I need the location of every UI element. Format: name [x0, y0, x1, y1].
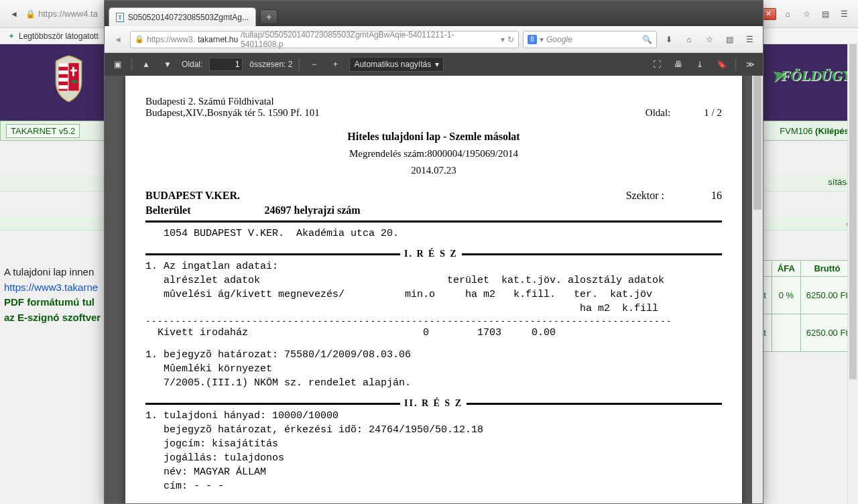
zoom-select[interactable]: Automatikus nagyítás▾ [349, 57, 444, 72]
search-placeholder: Google [546, 35, 572, 44]
part1-reg: 1. bejegyzõ határozat: 75580/1/2009/08.0… [145, 348, 722, 390]
lock-icon: 🔒 [25, 9, 36, 19]
svg-rect-1 [58, 63, 68, 67]
pdf-toolbar: ▣ ▲ ▼ Oldal: összesen: 2 − + Automatikus… [105, 53, 763, 76]
foldugy-logo: ➤FÖLDÜGY [772, 67, 851, 84]
page-down-icon[interactable]: ▼ [160, 57, 175, 72]
section-2-label: II. R É S Z [404, 398, 463, 409]
svg-rect-2 [58, 70, 68, 74]
pdf-viewport[interactable]: Budapesti 2. Számú Földhivatal Budapest,… [105, 76, 763, 503]
tab-title: S050520140723085503ZgmtAg... [128, 13, 249, 22]
app-version: TAKARNET v5.2 [6, 124, 80, 138]
info-link[interactable]: https://www3.takarne [4, 280, 101, 296]
col-brutto: Bruttó [800, 261, 853, 277]
dropdown-icon[interactable]: ▾ [501, 35, 505, 44]
chevron-icon: ▾ [435, 60, 439, 69]
doc-sector-label: Szektor : [626, 190, 664, 202]
lock-icon: 🔒 [135, 35, 144, 44]
tab-strip: T S050520140723085503ZgmtAg... + [105, 1, 763, 26]
doc-page-label: Oldal: [646, 107, 671, 119]
page-label: Oldal: [182, 60, 202, 69]
part1-row: Kivett irodaház 0 1703 0.00 [145, 326, 722, 340]
url-path: /tullap/S050520140723085503ZgmtAgBwAqie-… [241, 30, 495, 49]
page-input[interactable] [209, 58, 243, 71]
sidebar-toggle-icon[interactable]: ▣ [110, 57, 125, 72]
outer-scrollbar[interactable] [847, 44, 858, 504]
hungarian-crest [50, 54, 87, 104]
home-icon[interactable]: ⌂ [780, 7, 795, 21]
section-1-label: I. R É S Z [404, 249, 458, 259]
menu-icon[interactable]: ☰ [837, 7, 851, 21]
doc-page-value: 1 / 2 [704, 107, 722, 119]
doc-area-label: Belterület [145, 204, 191, 216]
col-afa: ÁFA [772, 261, 800, 277]
cell: 6250.00 Ft [800, 314, 853, 352]
user-id: FVM106 [780, 126, 812, 136]
download-icon[interactable]: ⬇ [661, 32, 677, 48]
clipboard-icon[interactable]: ▤ [721, 32, 737, 48]
info-line-1: A tulajdoni lap innen [4, 265, 101, 280]
tools-icon[interactable]: ≫ [743, 57, 757, 72]
star-icon[interactable]: ☆ [799, 7, 814, 21]
rule [145, 220, 722, 223]
clipboard-icon[interactable]: ▤ [818, 7, 833, 21]
tab-active[interactable]: T S050520140723085503ZgmtAg... [109, 7, 256, 26]
cell [772, 314, 800, 352]
scrollbar-thumb[interactable] [849, 44, 857, 379]
part1-block: 1. Az ingatlan adatai: alrészlet adatok … [145, 259, 722, 316]
page-up-icon[interactable]: ▲ [139, 57, 154, 72]
url-domain: takarnet.hu [198, 35, 238, 44]
search-dropdown-icon[interactable]: ▾ [540, 35, 544, 44]
home-icon[interactable]: ⌂ [681, 32, 697, 48]
dashed-rule: ----------------------------------------… [145, 316, 722, 326]
cell: 0 % [772, 277, 800, 314]
bookmark-pdf-icon[interactable]: 🔖 [714, 57, 729, 72]
doc-address-line: 1054 BUDAPEST V.KER. Akadémia utca 20. [145, 227, 722, 241]
outer-url-bar[interactable]: 🔒https://www4.ta [25, 9, 98, 19]
google-icon: 8 [528, 35, 537, 44]
doc-district: BUDAPEST V.KER. [145, 190, 240, 202]
pdf-scrollbar[interactable] [752, 76, 763, 503]
doc-title: Hiteles tulajdoni lap - Szemle másolat [145, 131, 722, 143]
download-pdf-icon[interactable]: ⤓ [692, 57, 707, 72]
logout-link[interactable]: (Kilépés) [815, 126, 852, 136]
url-prefix: https://www3. [147, 35, 195, 44]
new-tab-button[interactable]: + [260, 9, 278, 24]
popup-toolbar: ◄ 🔒 https://www3.takarnet.hu/tullap/S050… [105, 26, 763, 53]
doc-parcel: 24697 helyrajzi szám [265, 204, 361, 216]
popup-back-button[interactable]: ◄ [110, 32, 126, 48]
scrollbar-thumb[interactable] [753, 76, 761, 210]
bookmark-icon: ✦ [8, 32, 15, 41]
print-icon[interactable]: 🖶 [671, 57, 686, 72]
doc-order: Megrendelés szám:8000004/195069/2014 [145, 148, 722, 160]
zoom-out-icon[interactable]: − [306, 57, 321, 72]
pdf-page: Budapesti 2. Számú Földhivatal Budapest,… [125, 76, 742, 503]
reload-icon[interactable]: ↻ [507, 35, 514, 44]
outer-url-text: https://www4.ta [38, 9, 98, 19]
section-1-head: I. R É S Z [145, 249, 722, 259]
doc-office: Budapesti 2. Számú Földhivatal [145, 96, 320, 107]
doc-icon: T [116, 13, 124, 22]
menu-icon[interactable]: ☰ [741, 32, 757, 48]
svg-rect-3 [58, 78, 68, 82]
info-line-4: az E-szignó szoftver [4, 310, 101, 326]
zoom-in-icon[interactable]: + [328, 57, 343, 72]
doc-address: Budapest,XIV.,Bosnyák tér 5. 1590 Pf. 10… [145, 107, 320, 119]
search-box[interactable]: 8▾ Google 🔍 [523, 31, 657, 48]
doc-date: 2014.07.23 [145, 165, 722, 176]
part2-block: 1. tulajdoni hányad: 10000/10000 bejegyz… [145, 409, 722, 493]
star-icon[interactable]: ☆ [701, 32, 717, 48]
info-line-3: PDF formátumú tul [4, 295, 101, 310]
fullscreen-icon[interactable]: ⛶ [650, 57, 664, 72]
section-2-head: II. R É S Z [145, 398, 722, 409]
svg-rect-4 [58, 85, 68, 89]
doc-sector-value: 16 [711, 190, 722, 202]
info-text: A tulajdoni lap innen https://www3.takar… [4, 265, 101, 325]
search-icon[interactable]: 🔍 [642, 35, 652, 44]
popup-url-bar[interactable]: 🔒 https://www3.takarnet.hu/tullap/S05052… [130, 31, 519, 48]
page-total-label: összesen: 2 [249, 60, 292, 69]
back-button[interactable]: ◄ [7, 7, 21, 21]
bookmark-label[interactable]: Legtöbbször látogatott [19, 32, 99, 41]
pdf-popup-window: T S050520140723085503ZgmtAg... + ◄ 🔒 htt… [104, 0, 763, 504]
cell: 6250.00 Ft [800, 277, 853, 314]
